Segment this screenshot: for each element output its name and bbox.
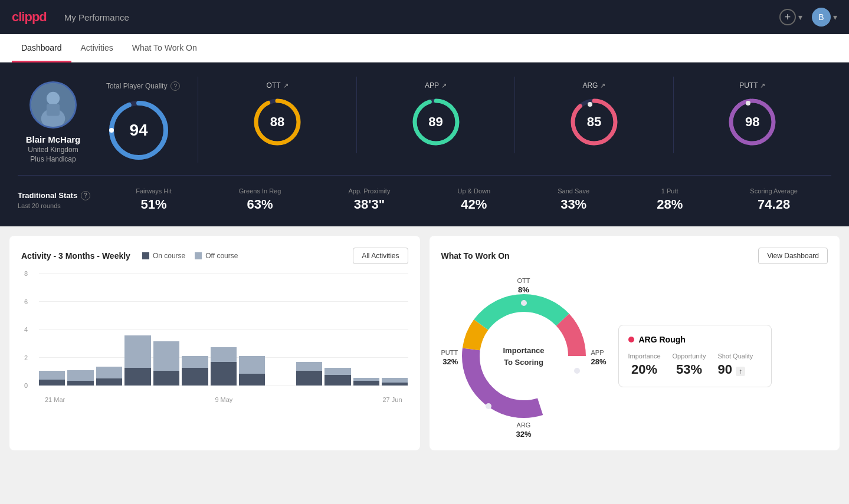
bar-group-5 <box>153 341 179 386</box>
tabs-nav: Dashboard Activities What To Work On <box>0 34 849 62</box>
stat-proximity-label: App. Proximity <box>348 187 390 195</box>
legend-offcourse-icon <box>195 252 202 259</box>
activity-header: Activity - 3 Months - Weekly On course O… <box>21 248 408 264</box>
importance-value: 20% <box>628 362 661 377</box>
bar-group-13 <box>382 378 408 386</box>
stat-proximity: App. Proximity 38'3" <box>348 187 390 212</box>
player-name: Blair McHarg <box>26 134 81 144</box>
tab-activities[interactable]: Activities <box>71 34 123 62</box>
svg-point-6 <box>109 128 114 133</box>
opportunity-value: 53% <box>673 362 706 377</box>
bar-group-7 <box>211 347 237 386</box>
logo: clippd <box>12 9 47 25</box>
svg-point-25 <box>486 403 491 409</box>
x-label-1: 21 Mar <box>45 396 65 403</box>
trad-title: Traditional Stats ? <box>18 191 90 200</box>
svg-point-23 <box>521 300 527 306</box>
bottom-panels: Activity - 3 Months - Weekly On course O… <box>0 226 849 460</box>
stat-greens-value: 63% <box>239 197 281 212</box>
stat-1putt: 1 Putt 28% <box>657 187 683 212</box>
donut-center: ImportanceTo Scoring <box>503 345 544 368</box>
view-dashboard-button[interactable]: View Dashboard <box>758 248 828 264</box>
opportunity-label: Opportunity <box>673 353 706 360</box>
sub-gauges: OTT↗ 88 APP↗ <box>198 77 831 153</box>
wtwo-title: What To Work On <box>441 251 510 261</box>
trad-subtitle: Last 20 rounds <box>18 202 90 209</box>
arg-donut-label: ARG 32% <box>516 419 531 439</box>
info-stats: Importance 20% Opportunity 53% Shot Qual… <box>628 353 762 377</box>
stat-sandsave-value: 33% <box>558 197 589 212</box>
app-value: 89 <box>428 114 442 130</box>
bar-group-6 <box>182 356 208 386</box>
hero-top: Blair McHarg United Kingdom Plus Handica… <box>18 77 831 163</box>
putt-gauge: PUTT↗ 98 <box>674 77 831 153</box>
user-dropdown-arrow: ▾ <box>833 12 837 22</box>
x-label-3: 27 Jun <box>382 396 402 403</box>
gauges-section: Total Player Quality ? 94 OTT <box>106 77 831 163</box>
red-dot-icon <box>628 337 634 342</box>
total-quality-value: 94 <box>129 121 147 140</box>
arg-gauge: ARG↗ 85 <box>515 77 673 153</box>
total-quality-label: Total Player Quality ? <box>106 81 180 91</box>
arg-value: 85 <box>587 114 601 130</box>
bar-group-12 <box>353 378 379 386</box>
trad-help-icon[interactable]: ? <box>81 191 90 200</box>
svg-point-1 <box>47 92 60 105</box>
total-quality: Total Player Quality ? 94 <box>106 77 198 163</box>
bar-group-4 <box>124 335 150 386</box>
legend-offcourse: Off course <box>195 252 238 260</box>
shot-quality-label: Shot Quality <box>717 353 753 360</box>
putt-label: PUTT↗ <box>739 81 765 90</box>
user-menu-button[interactable]: B ▾ <box>812 8 837 27</box>
player-country: United Kingdom <box>28 146 78 154</box>
putt-donut-label: PUTT 32% <box>441 347 458 366</box>
svg-rect-3 <box>47 104 60 116</box>
stat-scoring: Scoring Average 74.28 <box>750 187 798 212</box>
header: clippd My Performance + ▾ B ▾ <box>0 0 849 34</box>
stat-updown-value: 42% <box>458 197 491 212</box>
x-labels: 21 Mar 9 May 27 Jun <box>39 396 408 403</box>
player-avatar <box>29 81 77 129</box>
bar-group-11 <box>324 368 350 386</box>
stat-fairways: Fairways Hit 51% <box>136 187 172 212</box>
info-opportunity: Opportunity 53% <box>673 353 706 377</box>
logo-area: clippd My Performance <box>12 9 129 25</box>
activity-panel: Activity - 3 Months - Weekly On course O… <box>9 236 420 450</box>
app-donut-label: APP 28% <box>591 347 606 366</box>
legend-oncourse: On course <box>142 252 185 260</box>
stat-fairways-label: Fairways Hit <box>136 187 172 195</box>
app-container: 89 <box>409 95 463 149</box>
dropdown-arrow: ▾ <box>798 12 802 22</box>
hero-section: Blair McHarg United Kingdom Plus Handica… <box>0 62 849 226</box>
total-quality-gauge: 94 <box>106 98 171 163</box>
stat-updown: Up & Down 42% <box>458 187 491 212</box>
stat-updown-label: Up & Down <box>458 187 491 195</box>
tab-dashboard[interactable]: Dashboard <box>12 34 71 62</box>
wtwo-header: What To Work On View Dashboard <box>441 248 828 264</box>
x-label-2: 9 May <box>215 396 232 403</box>
svg-rect-17 <box>142 252 149 259</box>
svg-point-24 <box>574 368 580 374</box>
stats-row: Fairways Hit 51% Greens In Reg 63% App. … <box>102 187 831 212</box>
stat-1putt-label: 1 Putt <box>657 187 683 195</box>
stat-proximity-value: 38'3" <box>348 197 390 212</box>
trad-label: Traditional Stats ? Last 20 rounds <box>18 191 90 209</box>
chart-legend: On course Off course <box>142 252 238 260</box>
info-shot-quality: Shot Quality 90 ↑ <box>717 353 753 377</box>
legend-oncourse-icon <box>142 252 149 259</box>
tab-what-to-work-on[interactable]: What To Work On <box>123 34 206 62</box>
chart-area: 8 6 4 2 0 <box>21 274 408 403</box>
what-to-work-on-panel: What To Work On View Dashboard <box>430 236 840 450</box>
all-activities-button[interactable]: All Activities <box>353 248 408 264</box>
stat-greens: Greens In Reg 63% <box>239 187 281 212</box>
bar-group-2 <box>67 370 93 386</box>
traditional-stats: Traditional Stats ? Last 20 rounds Fairw… <box>18 175 831 212</box>
stat-greens-label: Greens In Reg <box>239 187 281 195</box>
add-button[interactable]: + ▾ <box>779 9 802 25</box>
info-card-title: ARG Rough <box>628 335 762 344</box>
svg-rect-18 <box>195 252 202 259</box>
player-info: Blair McHarg United Kingdom Plus Handica… <box>18 77 88 163</box>
putt-value: 98 <box>745 114 759 130</box>
help-icon[interactable]: ? <box>171 81 180 91</box>
arg-container: 85 <box>568 95 621 149</box>
